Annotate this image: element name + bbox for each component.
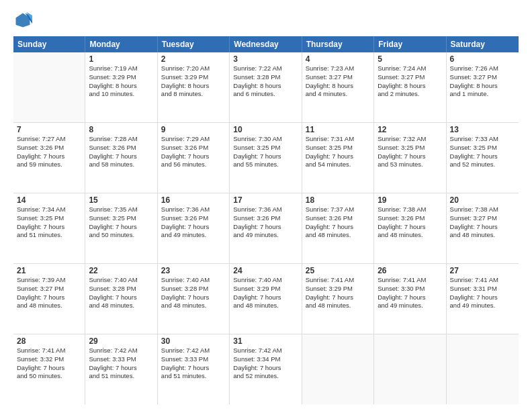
- day-number: 16: [161, 195, 226, 205]
- cell-info-line: Sunset: 3:26 PM: [161, 144, 226, 152]
- calendar-day-empty: [302, 334, 374, 404]
- day-number: 26: [378, 266, 442, 275]
- day-number: 22: [89, 266, 153, 275]
- header-day-thursday: Thursday: [302, 36, 374, 52]
- cell-info-line: Sunset: 3:27 PM: [306, 73, 370, 82]
- cell-info-line: Sunrise: 7:36 AM: [161, 205, 226, 214]
- cell-info-line: Daylight: 7 hours: [233, 364, 298, 373]
- logo-icon: [13, 11, 32, 30]
- cell-info-line: Sunrise: 7:41 AM: [378, 276, 442, 285]
- cell-info-line: Sunrise: 7:39 AM: [17, 276, 81, 285]
- calendar-day-15: 15Sunrise: 7:35 AMSunset: 3:25 PMDayligh…: [85, 193, 157, 263]
- calendar-day-13: 13Sunrise: 7:33 AMSunset: 3:25 PMDayligh…: [447, 123, 519, 193]
- calendar-body: 1Sunrise: 7:19 AMSunset: 3:29 PMDaylight…: [13, 52, 519, 404]
- calendar-day-26: 26Sunrise: 7:41 AMSunset: 3:30 PMDayligh…: [374, 264, 446, 334]
- cell-info-line: and 49 minutes.: [378, 302, 442, 310]
- calendar-day-5: 5Sunrise: 7:24 AMSunset: 3:27 PMDaylight…: [374, 52, 446, 122]
- cell-info-line: Sunset: 3:27 PM: [450, 214, 515, 223]
- day-number: 14: [17, 195, 81, 205]
- cell-info-line: Daylight: 8 hours: [378, 82, 442, 91]
- cell-info-line: Sunset: 3:30 PM: [378, 285, 442, 293]
- cell-info-line: Sunset: 3:26 PM: [233, 214, 298, 223]
- day-number: 18: [306, 195, 370, 205]
- day-number: 3: [233, 54, 298, 64]
- calendar-header-row: SundayMondayTuesdayWednesdayThursdayFrid…: [13, 36, 519, 52]
- day-number: 5: [378, 54, 442, 64]
- cell-info-line: Daylight: 7 hours: [161, 223, 226, 232]
- cell-info-line: and 1 minute.: [450, 90, 515, 99]
- calendar-day-2: 2Sunrise: 7:20 AMSunset: 3:29 PMDaylight…: [158, 52, 230, 122]
- day-number: 2: [161, 54, 226, 64]
- calendar-day-10: 10Sunrise: 7:30 AMSunset: 3:25 PMDayligh…: [230, 123, 302, 193]
- cell-info-line: and 48 minutes.: [450, 231, 515, 240]
- day-number: 21: [17, 266, 81, 275]
- cell-info-line: Sunrise: 7:38 AM: [450, 205, 515, 214]
- cell-info-line: Daylight: 7 hours: [17, 364, 81, 373]
- day-number: 7: [17, 125, 81, 134]
- calendar-day-empty: [13, 52, 85, 122]
- cell-info-line: and 48 minutes.: [161, 302, 226, 310]
- cell-info-line: Sunset: 3:25 PM: [89, 214, 153, 223]
- calendar-day-27: 27Sunrise: 7:41 AMSunset: 3:31 PMDayligh…: [447, 264, 519, 334]
- day-number: 28: [17, 336, 81, 346]
- cell-info-line: Sunrise: 7:36 AM: [233, 205, 298, 214]
- cell-info-line: Daylight: 7 hours: [306, 223, 370, 232]
- calendar-day-7: 7Sunrise: 7:27 AMSunset: 3:26 PMDaylight…: [13, 123, 85, 193]
- day-number: 17: [233, 195, 298, 205]
- day-number: 15: [89, 195, 153, 205]
- calendar-day-19: 19Sunrise: 7:38 AMSunset: 3:26 PMDayligh…: [374, 193, 446, 263]
- day-number: 12: [378, 125, 442, 134]
- calendar-day-18: 18Sunrise: 7:37 AMSunset: 3:26 PMDayligh…: [302, 193, 374, 263]
- cell-info-line: Sunrise: 7:37 AM: [306, 205, 370, 214]
- cell-info-line: Sunset: 3:27 PM: [450, 73, 515, 82]
- calendar-week-3: 14Sunrise: 7:34 AMSunset: 3:25 PMDayligh…: [13, 193, 519, 264]
- cell-info-line: Sunset: 3:28 PM: [161, 285, 226, 293]
- cell-info-line: and 48 minutes.: [89, 302, 153, 310]
- cell-info-line: and 48 minutes.: [233, 302, 298, 310]
- cell-info-line: and 49 minutes.: [161, 231, 226, 240]
- calendar-day-17: 17Sunrise: 7:36 AMSunset: 3:26 PMDayligh…: [230, 193, 302, 263]
- calendar: SundayMondayTuesdayWednesdayThursdayFrid…: [13, 36, 519, 404]
- cell-info-line: and 8 minutes.: [161, 90, 226, 99]
- cell-info-line: Sunset: 3:28 PM: [89, 285, 153, 293]
- cell-info-line: Sunrise: 7:41 AM: [306, 276, 370, 285]
- calendar-day-empty: [374, 334, 446, 404]
- cell-info-line: Daylight: 7 hours: [89, 364, 153, 373]
- cell-info-line: Daylight: 8 hours: [161, 82, 226, 91]
- cell-info-line: Sunset: 3:26 PM: [161, 214, 226, 223]
- cell-info-line: and 51 minutes.: [89, 372, 153, 381]
- cell-info-line: Sunset: 3:29 PM: [89, 73, 153, 82]
- cell-info-line: and 10 minutes.: [89, 90, 153, 99]
- day-number: 8: [89, 125, 153, 134]
- cell-info-line: Sunset: 3:25 PM: [306, 144, 370, 152]
- cell-info-line: Sunrise: 7:23 AM: [306, 64, 370, 73]
- calendar-day-30: 30Sunrise: 7:42 AMSunset: 3:33 PMDayligh…: [158, 334, 230, 404]
- calendar-day-12: 12Sunrise: 7:32 AMSunset: 3:25 PMDayligh…: [374, 123, 446, 193]
- calendar-week-1: 1Sunrise: 7:19 AMSunset: 3:29 PMDaylight…: [13, 52, 519, 123]
- cell-info-line: Sunrise: 7:26 AM: [450, 64, 515, 73]
- cell-info-line: and 48 minutes.: [306, 231, 370, 240]
- cell-info-line: Sunset: 3:25 PM: [450, 144, 515, 152]
- cell-info-line: Sunset: 3:26 PM: [306, 214, 370, 223]
- cell-info-line: and 56 minutes.: [161, 161, 226, 169]
- cell-info-line: Sunrise: 7:41 AM: [17, 347, 81, 355]
- cell-info-line: Daylight: 7 hours: [306, 152, 370, 161]
- cell-info-line: Sunrise: 7:41 AM: [450, 276, 515, 285]
- logo: [13, 11, 35, 30]
- day-number: 4: [306, 54, 370, 64]
- day-number: 11: [306, 125, 370, 134]
- calendar-week-5: 28Sunrise: 7:41 AMSunset: 3:32 PMDayligh…: [13, 334, 519, 404]
- cell-info-line: Sunset: 3:29 PM: [161, 73, 226, 82]
- cell-info-line: Sunrise: 7:40 AM: [89, 276, 153, 285]
- page-container: SundayMondayTuesdayWednesdayThursdayFrid…: [0, 0, 532, 411]
- cell-info-line: Sunrise: 7:42 AM: [233, 347, 298, 355]
- day-number: 19: [378, 195, 442, 205]
- calendar-week-2: 7Sunrise: 7:27 AMSunset: 3:26 PMDaylight…: [13, 123, 519, 193]
- cell-info-line: and 48 minutes.: [378, 231, 442, 240]
- cell-info-line: and 49 minutes.: [233, 231, 298, 240]
- cell-info-line: and 54 minutes.: [306, 161, 370, 169]
- cell-info-line: Sunrise: 7:40 AM: [233, 276, 298, 285]
- cell-info-line: Sunset: 3:33 PM: [161, 355, 226, 364]
- cell-info-line: Sunrise: 7:32 AM: [378, 135, 442, 144]
- cell-info-line: Daylight: 7 hours: [233, 293, 298, 302]
